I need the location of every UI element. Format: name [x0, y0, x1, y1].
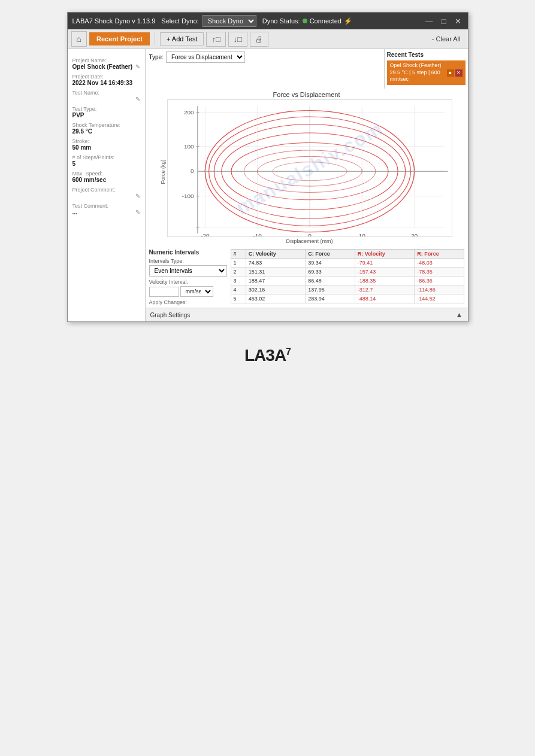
svg-text:10: 10 [358, 233, 365, 236]
connection-icon: ⚡ [344, 17, 352, 25]
chart-container: manualshiv.com [167, 99, 452, 237]
status-dot [303, 19, 307, 23]
apply-changes-label[interactable]: Apply Changes: [149, 299, 227, 305]
project-comment-edit-icon[interactable]: ✎ [135, 193, 140, 199]
minimize-button[interactable]: — [424, 17, 435, 26]
clear-all-button[interactable]: - Clear All [428, 33, 464, 45]
top-area: Type: Force vs Displacement Recent Tests… [146, 49, 468, 89]
intervals-type-row: Even Intervals [149, 265, 227, 277]
velocity-interval-label: Velocity Interval: [149, 279, 227, 285]
dyno-status-text: Connected [310, 17, 341, 25]
test-comment-label: Test Comment: [72, 203, 140, 209]
table-cell: -312.7 [355, 286, 415, 294]
dyno-status: Dyno Status: Connected ⚡ [262, 17, 352, 25]
dyno-status-label: Dyno Status: [262, 17, 300, 25]
main-content: Project Name: Opel Shock (Feather) ✎ Pro… [68, 49, 468, 321]
table-cell: 4 [231, 286, 246, 294]
table-row: 4302.16137.95-312.7-114.86 [231, 286, 464, 294]
x-axis-label: Displacement (mm) [167, 238, 452, 244]
dyno-select-area: Select Dyno: Shock Dyno [161, 15, 256, 27]
recent-test-name: Opel Shock (Feather) [390, 62, 447, 69]
right-panel: Type: Force vs Displacement Recent Tests… [146, 49, 468, 321]
select-dyno-label: Select Dyno: [161, 17, 198, 25]
velocity-interval-input[interactable]: 20 [149, 287, 179, 297]
table-row: 2151.3169.33-157.43-78.35 [231, 268, 464, 277]
type-label: Type: [149, 54, 164, 60]
table-cell: 283.94 [306, 294, 355, 303]
table-cell: -188.35 [355, 277, 415, 286]
collapse-icon[interactable]: ▲ [456, 311, 463, 319]
toolbar-separator [155, 32, 155, 46]
recent-test-item[interactable]: Opel Shock (Feather) 29.5 °C | 5 step | … [387, 60, 466, 85]
recent-test-square-button[interactable]: ■ [447, 69, 454, 77]
print-button[interactable]: 🖨 [250, 32, 268, 47]
test-name-edit-icon[interactable]: ✎ [135, 96, 140, 102]
table-row: 174.8339.34-79.41-48.03 [231, 259, 464, 268]
project-name-edit-icon[interactable]: ✎ [135, 63, 140, 70]
dyno-select[interactable]: Shock Dyno [202, 15, 256, 27]
project-date-value: 2022 Nov 14 16:49:33 [72, 80, 140, 86]
svg-text:-20: -20 [201, 233, 209, 236]
test-comment-edit-icon[interactable]: ✎ [135, 209, 140, 215]
table-cell: -78.35 [415, 268, 464, 277]
velocity-unit-select[interactable]: mm/sec [180, 286, 213, 297]
add-test-button[interactable]: + Add Test [160, 32, 204, 45]
app-window: LABA7 Shock Dyno v 1.13.9 Select Dyno: S… [67, 12, 468, 322]
title-bar-left: LABA7 Shock Dyno v 1.13.9 Select Dyno: S… [72, 15, 352, 27]
chart-area: Force vs Displacement Force (kg) manuals… [146, 89, 468, 247]
table-cell: 2 [231, 268, 246, 277]
logo-area: LA3A7 [244, 346, 291, 365]
title-bar-controls: — □ ✕ [424, 17, 463, 26]
shock-temp-value: 29.5 °C [72, 128, 140, 135]
col-header-c-velocity: C: Velocity [246, 250, 306, 259]
project-name-value: Opel Shock (Feather) [72, 63, 133, 70]
intervals-panel: Numeric Intervals Intervals Type: Even I… [149, 249, 227, 305]
velocity-interval-row: 20 mm/sec [149, 286, 227, 297]
table-row: 5453.02283.94-488.14-144.52 [231, 294, 464, 303]
test-name-label: Test Name: [72, 90, 140, 96]
intervals-type-select[interactable]: Even Intervals [149, 265, 227, 277]
col-header-r-force: R: Force [415, 250, 464, 259]
chart-type-select[interactable]: Force vs Displacement [166, 51, 245, 63]
max-speed-label: Max. Speed: [72, 171, 140, 177]
project-name-row: Opel Shock (Feather) ✎ [72, 63, 140, 70]
numeric-data-table: # C: Velocity C: Force R: Velocity R: Fo… [231, 249, 464, 303]
toolbar: ⌂ Recent Project + Add Test ↑□ ↓□ 🖨 - Cl… [68, 29, 468, 49]
svg-text:100: 100 [184, 144, 194, 150]
svg-text:-10: -10 [253, 233, 261, 236]
table-cell: 86.48 [306, 277, 355, 286]
import-icon-button[interactable]: ↓□ [228, 32, 247, 47]
recent-project-button[interactable]: Recent Project [89, 32, 150, 45]
close-button[interactable]: ✕ [453, 17, 463, 26]
stroke-value: 50 mm [72, 144, 140, 151]
test-name-row: ✎ [72, 96, 140, 102]
logo-superscript: 7 [286, 347, 291, 357]
svg-text:200: 200 [184, 110, 194, 116]
svg-text:-100: -100 [182, 194, 194, 199]
graph-settings-bar: Graph Settings ▲ [146, 308, 468, 321]
recent-tests-panel: Recent Tests Opel Shock (Feather) 29.5 °… [384, 49, 468, 89]
col-header-num: # [231, 250, 246, 259]
table-cell: 188.47 [246, 277, 306, 286]
recent-tests-title: Recent Tests [387, 51, 466, 58]
title-bar: LABA7 Shock Dyno v 1.13.9 Select Dyno: S… [68, 13, 468, 29]
project-date-label: Project Date: [72, 74, 140, 80]
test-type-value: PVP [72, 112, 140, 119]
table-cell: -86.36 [415, 277, 464, 286]
table-cell: -144.52 [415, 294, 464, 303]
export-icon-button[interactable]: ↑□ [206, 32, 225, 47]
table-cell: -48.03 [415, 259, 464, 268]
maximize-button[interactable]: □ [440, 17, 448, 26]
svg-text:20: 20 [411, 233, 418, 236]
table-cell: -157.43 [355, 268, 415, 277]
chart-svg: 200 100 0 -100 -20 -10 0 10 20 [168, 100, 452, 236]
table-cell: -79.41 [355, 259, 415, 268]
project-comment-row: ✎ [72, 193, 140, 199]
y-axis-label: Force (kg) [159, 160, 165, 184]
recent-test-text: Opel Shock (Feather) 29.5 °C | 5 step | … [390, 62, 447, 83]
type-selector-area: Type: Force vs Displacement [146, 49, 384, 89]
recent-test-detail: 29.5 °C | 5 step | 600 mm/sec [390, 69, 447, 83]
svg-text:0: 0 [308, 233, 312, 236]
home-button[interactable]: ⌂ [71, 31, 87, 47]
recent-test-close-button[interactable]: ✕ [455, 69, 463, 77]
